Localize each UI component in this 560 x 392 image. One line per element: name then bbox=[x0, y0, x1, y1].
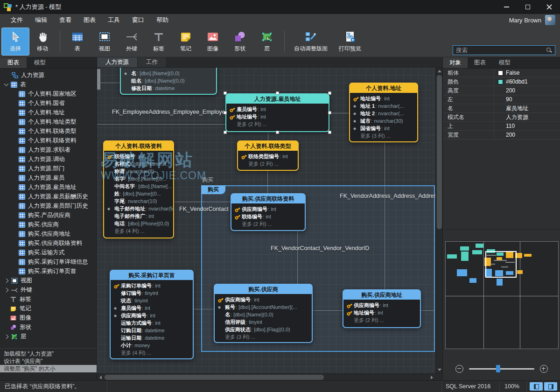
sidebar-item-table[interactable]: 个人资料.地址类型 bbox=[0, 117, 97, 126]
new-table-button[interactable]: 表 bbox=[64, 28, 91, 55]
diagram-table[interactable]: 购买.采购订单页首 ◆ bbox=[110, 270, 194, 359]
print-preview-button[interactable]: 打印预览 bbox=[333, 28, 367, 55]
new-foreign-key-button[interactable]: 外键 bbox=[118, 28, 145, 55]
tab-model[interactable]: 模型 bbox=[27, 57, 53, 68]
tree-group-images[interactable]: 图像 bbox=[0, 313, 97, 322]
layer-tab-label[interactable]: 购买 bbox=[201, 185, 225, 194]
sidebar-item-table[interactable]: 购买.供应商地址 bbox=[0, 229, 97, 238]
horizontal-scrollbar[interactable] bbox=[97, 374, 435, 380]
selection-handle[interactable] bbox=[224, 131, 227, 134]
menu-item[interactable]: 文件 bbox=[5, 14, 29, 26]
tree-group-foreign-keys[interactable]: 外键 bbox=[0, 285, 97, 294]
tree-group-notes[interactable]: 笔记 bbox=[0, 304, 97, 313]
property-value[interactable]: 110 bbox=[494, 123, 560, 129]
sidebar-item-table[interactable]: 人力资源.求职者 bbox=[0, 145, 97, 154]
sidebar-item-table[interactable]: 个人资料.联络类型 bbox=[0, 126, 97, 136]
sidebar-item-table[interactable]: 购买.运输方式 bbox=[0, 248, 97, 257]
sidebar-item-table[interactable]: 人力资源.雇员地址 bbox=[0, 182, 97, 192]
history-item[interactable]: 调整层 “购买” 的大小 bbox=[0, 365, 97, 372]
sidebar-item-table[interactable]: 人力资源.雇员部门历史 bbox=[0, 201, 97, 210]
menu-item[interactable]: 工具 bbox=[102, 14, 126, 26]
user-account[interactable]: Mary Brown bbox=[509, 15, 555, 25]
sidebar-item-table[interactable]: 购买.采购订单页首 bbox=[0, 266, 97, 276]
tab-diagram-props[interactable]: 图表 bbox=[468, 57, 492, 68]
sidebar-item-table[interactable]: 个人资料.地址 bbox=[0, 108, 97, 117]
diagram-table[interactable]: 人力资源.雇员地址 ◆ bbox=[225, 93, 329, 132]
sidebar-item-table[interactable]: 个人资料.国家地区 bbox=[0, 89, 97, 98]
tab-object[interactable]: 对象 bbox=[443, 57, 468, 68]
new-shape-button[interactable]: 形状 bbox=[226, 28, 253, 55]
menu-item[interactable]: 编辑 bbox=[29, 14, 53, 26]
minimize-button[interactable] bbox=[496, 0, 517, 14]
zoom-slider-thumb[interactable] bbox=[496, 365, 500, 372]
sidebar-item-table[interactable]: 个人资料.联络资料 bbox=[0, 136, 97, 145]
sidebar-item-table[interactable]: 购买.供应商 bbox=[0, 220, 97, 229]
tree-group-shapes[interactable]: 形状 bbox=[0, 322, 97, 332]
select-tool-button[interactable]: 选择 bbox=[2, 28, 29, 55]
fk-label[interactable]: FK_VendorContact bbox=[179, 206, 229, 212]
history-item[interactable]: 设计表 “供应商” bbox=[0, 357, 97, 365]
property-value[interactable]: 200 bbox=[494, 132, 560, 138]
menu-item[interactable]: 窗口 bbox=[126, 14, 150, 26]
chevron-collapsed-icon[interactable] bbox=[4, 278, 9, 283]
fk-label[interactable]: FK_EmployeeAddress_Employee_EmployeeID bbox=[112, 109, 234, 115]
fk-label[interactable]: FK_VendorAddress_Address_AddressID bbox=[340, 193, 435, 199]
tree-group-layers[interactable]: 层 bbox=[0, 332, 97, 341]
diagram-table[interactable]: 个人资料.联络资料 ◆ bbox=[103, 140, 174, 238]
diagram-table[interactable]: 个人资料.地址 ◆ bbox=[349, 83, 418, 142]
new-note-button[interactable]: 笔记 bbox=[172, 28, 199, 55]
diagram-canvas[interactable]: 购买 购买 FK_EmployeeAddress_Employee_Employ… bbox=[97, 68, 435, 373]
new-label-button[interactable]: 标签 bbox=[145, 28, 172, 55]
scroll-up-arrow[interactable] bbox=[438, 70, 441, 72]
diagram-tab[interactable]: 人力资源 bbox=[97, 57, 138, 67]
chevron-expanded-icon[interactable] bbox=[4, 82, 9, 86]
sidebar-item-table[interactable]: 购买.供应商联络资料 bbox=[0, 238, 97, 248]
property-value[interactable]: 雇员地址 bbox=[494, 105, 560, 112]
zoom-in-button[interactable] bbox=[540, 365, 548, 373]
sidebar-item-table[interactable]: 人力资源.雇员薪酬历史 bbox=[0, 192, 97, 201]
menu-item[interactable]: 图表 bbox=[77, 14, 102, 26]
tree-group-labels[interactable]: 标签 bbox=[0, 294, 97, 304]
property-value[interactable]: #60dbd1 bbox=[494, 78, 560, 85]
diagram-table[interactable]: ◆ 名 [dbo].[Name](0,0) bbox=[120, 68, 217, 95]
chevron-collapsed-icon[interactable] bbox=[4, 334, 9, 339]
selection-handle[interactable] bbox=[224, 111, 227, 114]
minimap-viewport[interactable] bbox=[485, 251, 517, 278]
layer-name-label[interactable]: 购买 bbox=[202, 176, 213, 184]
new-layer-button[interactable]: 层 bbox=[253, 28, 280, 55]
search-icon[interactable] bbox=[546, 47, 552, 53]
selection-handle[interactable] bbox=[328, 111, 331, 114]
scroll-down-arrow[interactable] bbox=[438, 369, 441, 371]
property-value[interactable]: 人力资源 bbox=[494, 113, 560, 121]
property-value[interactable]: 200 bbox=[494, 87, 560, 94]
sidebar-item-table[interactable]: 人力资源.雇员 bbox=[0, 173, 97, 182]
menu-item[interactable]: 帮助 bbox=[150, 14, 175, 26]
sidebar-item-table[interactable]: 购买.产品供应商 bbox=[0, 210, 97, 220]
horizontal-scroll-thumb[interactable] bbox=[105, 375, 324, 380]
overview-minimap[interactable] bbox=[445, 241, 559, 349]
move-tool-button[interactable]: 移动 bbox=[29, 28, 56, 55]
new-image-button[interactable]: 图像 bbox=[199, 28, 226, 55]
selection-handle[interactable] bbox=[224, 91, 227, 95]
close-button[interactable] bbox=[539, 0, 560, 14]
sidebar-item-table[interactable]: 人力资源.部门 bbox=[0, 164, 97, 173]
selection-handle[interactable] bbox=[276, 91, 279, 95]
diagram-table[interactable]: 购买.供应商地址 ◆ bbox=[343, 289, 421, 328]
history-item[interactable]: 加载模型 “人力资源” bbox=[0, 350, 97, 357]
sidebar-item-table[interactable]: 人力资源.调动 bbox=[0, 154, 97, 164]
selection-handle[interactable] bbox=[276, 131, 279, 134]
new-view-button[interactable]: 视图 bbox=[91, 28, 118, 55]
tab-model-props[interactable]: 模型 bbox=[492, 57, 517, 68]
scroll-left-arrow[interactable] bbox=[99, 376, 102, 379]
property-value[interactable]: False bbox=[494, 70, 560, 76]
tree-root-diagram[interactable]: 人力资源 bbox=[0, 70, 97, 80]
diagram-table[interactable]: 购买.供应商 ◆ bbox=[214, 284, 313, 343]
toggle-left-panel-button[interactable] bbox=[530, 382, 543, 391]
menu-item[interactable]: 查看 bbox=[53, 14, 77, 26]
vertical-scroll-thumb[interactable] bbox=[437, 75, 442, 229]
property-value[interactable]: 90 bbox=[494, 96, 560, 103]
sidebar-item-table[interactable]: 购买.采购订单详细信息 bbox=[0, 257, 97, 266]
maximize-button[interactable] bbox=[517, 0, 539, 14]
diagram-tab[interactable]: 工作 bbox=[138, 57, 167, 67]
diagram-table[interactable]: 个人资料.联络类型 ◆ bbox=[237, 140, 299, 171]
